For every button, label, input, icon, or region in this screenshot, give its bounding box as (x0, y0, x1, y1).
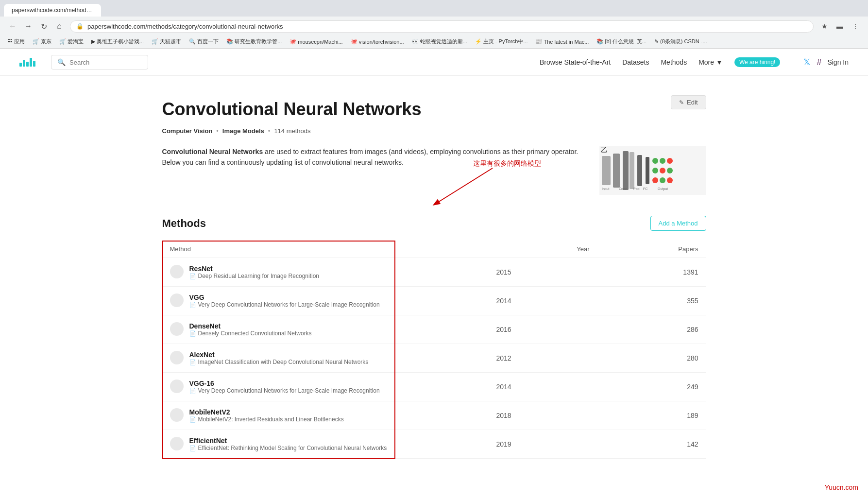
method-icon (170, 322, 184, 336)
method-name: ResNet (189, 265, 320, 273)
logo-icon (19, 58, 35, 67)
method-name: AlexNet (189, 351, 369, 359)
address-bar[interactable]: 🔒 paperswithcode.com/methods/category/co… (70, 20, 814, 33)
svg-rect-5 (630, 152, 634, 189)
bookmark-pytorch[interactable]: ⚡ 主页 - PyTorch中... (473, 37, 530, 46)
page-title: Convolutional Neural Networks (162, 99, 706, 120)
bookmark-mac[interactable]: 📰 The latest in Mac... (533, 37, 591, 46)
extensions-button[interactable]: ▬ (833, 19, 847, 33)
browse-link[interactable]: Browse State-of-the-Art (540, 58, 611, 66)
svg-text:乙: 乙 (601, 146, 608, 154)
paper-title: Densely Connected Convolutional Networks (198, 330, 312, 337)
table-row[interactable]: DenseNet 📄 Densely Connected Convolution… (162, 315, 706, 344)
slack-icon[interactable]: # (817, 57, 821, 68)
menu-button[interactable]: ⋮ (849, 19, 862, 33)
svg-point-16 (667, 177, 673, 183)
edit-button[interactable]: ✎ Edit (671, 95, 706, 109)
bookmark-apps[interactable]: ☷ 应用 (6, 37, 27, 46)
method-paper: 📄 Very Deep Convolutional Networks for L… (189, 387, 380, 394)
bookmark-edu[interactable]: 📚 研究生教育教学管... (224, 37, 284, 46)
breadcrumb-sep1: • (216, 127, 219, 135)
bookmark-taobao[interactable]: 🛒 爱淘宝 (57, 37, 85, 46)
description-section: Convolutional Neural Networks are used t… (162, 146, 706, 196)
methods-table: Method Year Papers ResNet 📄 (162, 241, 706, 459)
bookmark-github1[interactable]: 🐙 mousecpn/Machi... (288, 37, 344, 46)
reload-button[interactable]: ↻ (37, 19, 51, 33)
method-name: VGG (189, 294, 380, 301)
bookmark-star-button[interactable]: ★ (817, 19, 831, 33)
paper-title: Very Deep Convolutional Networks for Lar… (198, 387, 380, 394)
method-year: 2015 (489, 258, 597, 287)
sign-in-button[interactable]: Sign In (827, 58, 849, 66)
bookmarks-bar: ☷ 应用 🛒 京东 🛒 爱淘宝 ▶ 奥维五子棋小游戏... 🛒 天猫超市 🔍 百… (0, 36, 868, 49)
svg-text:Conv: Conv (619, 187, 627, 190)
bookmark-youdao[interactable]: 📚 [b] 什么意思_英... (595, 37, 648, 46)
svg-text:FC: FC (643, 187, 647, 190)
bookmark-csdn[interactable]: ✎ (8条消息) CSDN -... (652, 37, 709, 46)
method-name: MobileNetV2 (189, 408, 344, 416)
bookmark-github2[interactable]: 🐙 vision/torchvision... (349, 37, 406, 46)
method-year: 2019 (489, 430, 597, 459)
method-name: VGG-16 (189, 380, 380, 387)
col-header-method: Method (162, 241, 489, 258)
toolbar-actions: ★ ▬ ⋮ (817, 19, 862, 33)
add-method-button[interactable]: Add a Method (650, 216, 706, 231)
forward-button[interactable]: → (21, 19, 35, 33)
method-icon (170, 265, 184, 278)
paper-icon: 📄 (189, 388, 196, 394)
breadcrumb-subcategory[interactable]: Image Models (222, 127, 264, 135)
hiring-badge[interactable]: We are hiring! (734, 57, 780, 67)
nav-links: Browse State-of-the-Art Datasets Methods… (540, 57, 780, 67)
method-icon (170, 380, 184, 393)
methods-header: Methods Add a Method (162, 216, 706, 231)
method-papers-count: 286 (597, 315, 706, 344)
browser-tabs: paperswithcode.com/methods/category/conv… (0, 0, 868, 17)
svg-point-10 (652, 177, 658, 183)
col-header-papers: Papers (597, 241, 706, 258)
nav-social: 𝕏 # Sign In (803, 57, 849, 68)
table-row[interactable]: MobileNetV2 📄 MobileNetV2: Inverted Resi… (162, 401, 706, 430)
bookmark-baidu[interactable]: 🔍 百度一下 (187, 37, 221, 46)
method-papers-count: 189 (597, 401, 706, 430)
paper-title: EfficientNet: Rethinking Model Scaling f… (198, 445, 387, 451)
paper-title: ImageNet Classification with Deep Convol… (198, 359, 369, 365)
table-row[interactable]: VGG 📄 Very Deep Convolutional Networks f… (162, 287, 706, 315)
svg-point-12 (660, 168, 665, 173)
method-year: 2016 (489, 315, 597, 344)
methods-section: Methods Add a Method Method Year Papers (162, 216, 706, 459)
method-year: 2018 (489, 401, 597, 430)
methods-title: Methods (162, 217, 206, 230)
search-box[interactable]: 🔍 (51, 55, 148, 69)
breadcrumb: Computer Vision • Image Models • 114 met… (162, 127, 706, 135)
bookmark-game[interactable]: ▶ 奥维五子棋小游戏... (89, 37, 146, 46)
table-row[interactable]: EfficientNet 📄 EfficientNet: Rethinking … (162, 430, 706, 459)
bookmark-snake[interactable]: 👀 蛇眼视觉透适的新... (410, 37, 469, 46)
more-dropdown[interactable]: More ▼ (698, 58, 723, 66)
paper-icon: 📄 (189, 302, 196, 308)
methods-tbody: ResNet 📄 Deep Residual Learning for Imag… (162, 258, 706, 459)
bookmark-jd[interactable]: 🛒 京东 (31, 37, 53, 46)
back-button[interactable]: ← (6, 19, 19, 33)
site-navigation: 🔍 Browse State-of-the-Art Datasets Metho… (0, 49, 868, 76)
browser-toolbar: ← → ↻ ⌂ 🔒 paperswithcode.com/methods/cat… (0, 17, 868, 36)
datasets-link[interactable]: Datasets (622, 58, 649, 66)
method-year: 2014 (489, 287, 597, 315)
browser-chrome: paperswithcode.com/methods/category/conv… (0, 0, 868, 49)
paper-icon: 📄 (189, 273, 196, 279)
paper-title: Very Deep Convolutional Networks for Lar… (198, 301, 380, 308)
table-row[interactable]: AlexNet 📄 ImageNet Classification with D… (162, 344, 706, 373)
table-header: Method Year Papers (162, 241, 706, 258)
home-button[interactable]: ⌂ (52, 19, 66, 33)
description-text: Convolutional Neural Networks are used t… (162, 146, 580, 196)
site-logo[interactable] (19, 58, 35, 67)
twitter-icon[interactable]: 𝕏 (803, 57, 811, 68)
breadcrumb-category[interactable]: Computer Vision (162, 127, 213, 135)
bookmark-tmall[interactable]: 🛒 天猫超市 (150, 37, 183, 46)
active-tab[interactable]: paperswithcode.com/methods/category/conv… (4, 4, 101, 17)
method-paper: 📄 ImageNet Classification with Deep Conv… (189, 359, 369, 365)
table-row[interactable]: ResNet 📄 Deep Residual Learning for Imag… (162, 258, 706, 287)
search-input[interactable] (69, 59, 142, 66)
svg-text:Output: Output (658, 187, 668, 191)
table-row[interactable]: VGG-16 📄 Very Deep Convolutional Network… (162, 373, 706, 401)
methods-link[interactable]: Methods (661, 58, 687, 66)
